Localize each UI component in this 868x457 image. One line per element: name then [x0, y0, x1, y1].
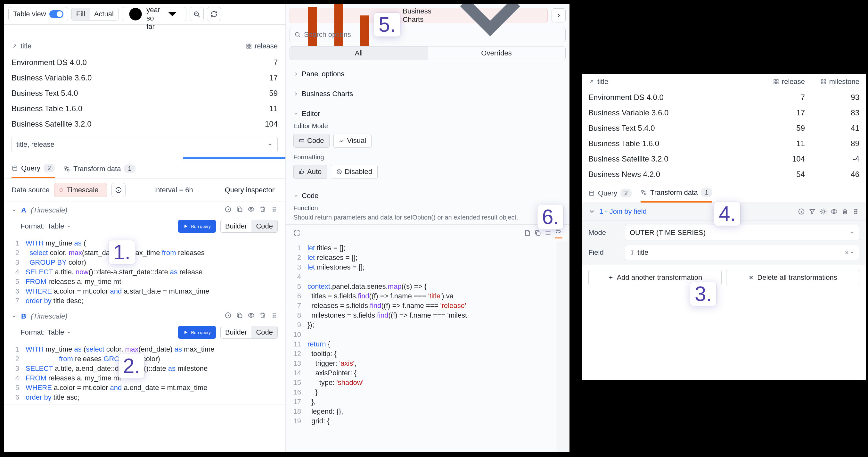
eye-icon[interactable] — [248, 206, 255, 213]
builder-button[interactable]: Builder — [221, 220, 251, 232]
panel-options-header[interactable]: Panel options — [293, 67, 562, 81]
tab-query[interactable]: Query 2 — [588, 189, 631, 202]
svg-point-21 — [275, 313, 275, 314]
copy-icon[interactable] — [236, 206, 243, 213]
function-editor[interactable]: 12345678910111213141516171819 let titles… — [286, 241, 569, 452]
format-select[interactable]: Format: Table — [21, 222, 71, 230]
code-button[interactable]: Code — [251, 220, 277, 232]
bug-icon[interactable] — [819, 208, 827, 215]
code-section-header[interactable]: Code — [293, 189, 562, 203]
grip-icon[interactable] — [271, 206, 278, 213]
trash-icon[interactable] — [259, 312, 266, 319]
time-range-picker[interactable]: This year so far — [122, 7, 186, 21]
builder-button[interactable]: Builder — [221, 326, 251, 338]
svg-point-20 — [273, 313, 274, 314]
col-title-header[interactable]: title — [588, 78, 763, 86]
query-b-actions — [224, 312, 278, 321]
info-icon — [115, 187, 122, 194]
file-icon[interactable] — [524, 229, 531, 236]
fill-button[interactable]: Fill — [72, 8, 90, 20]
ban-icon — [336, 169, 342, 175]
run-query-b-button[interactable]: Run query — [178, 326, 216, 339]
table-row: Business Table 1.6.01189 — [582, 136, 866, 151]
trash-icon[interactable] — [841, 208, 848, 215]
eye-icon[interactable] — [831, 208, 838, 215]
trash-icon[interactable] — [259, 206, 266, 213]
info-icon[interactable] — [798, 208, 805, 215]
tab-transform[interactable]: Transform data 1 — [641, 188, 712, 203]
formatting-auto[interactable]: Auto — [293, 165, 327, 179]
filter-icon[interactable] — [809, 208, 816, 215]
align-icon[interactable] — [545, 229, 552, 236]
left-column: Table view Fill Actual This year so far — [4, 4, 286, 452]
svg-point-24 — [273, 317, 274, 318]
transform-icon — [64, 166, 70, 172]
query-inspector-button[interactable]: Query inspector — [222, 186, 278, 194]
col-release-header[interactable]: release — [763, 78, 805, 86]
col-title-header[interactable]: title — [11, 42, 31, 50]
datasource-picker[interactable]: Timescale — [54, 183, 107, 197]
panel-link-icon — [11, 43, 18, 49]
editor-mode-code[interactable]: Code — [293, 134, 330, 148]
actual-button[interactable]: Actual — [90, 8, 118, 20]
copy-icon[interactable] — [236, 312, 243, 319]
col-release-header[interactable]: release — [246, 42, 278, 50]
query-count-badge: 2 — [43, 164, 55, 172]
toggle-switch-icon[interactable] — [49, 10, 63, 18]
frame-selector[interactable]: title, release — [11, 137, 278, 152]
format-select[interactable]: Format: Table — [21, 328, 71, 337]
options-mode-tabs: All Overrides — [289, 46, 566, 60]
zoom-out-button[interactable] — [190, 7, 204, 21]
svg-point-40 — [822, 210, 825, 213]
query-b-header[interactable]: B (Timescale) — [4, 308, 285, 325]
editor-minimap[interactable] — [557, 241, 569, 452]
expand-icon[interactable] — [293, 229, 301, 236]
tab-transform[interactable]: Transform data 1 — [64, 164, 135, 177]
business-charts-header[interactable]: Business Charts — [293, 87, 562, 101]
close-icon[interactable] — [844, 250, 849, 255]
editor-mode-visual[interactable]: Visual — [334, 134, 372, 148]
query-a-editor[interactable]: 1234567 WITH my_time as ( select color, … — [4, 236, 285, 308]
play-icon — [183, 330, 188, 335]
grip-icon[interactable] — [271, 312, 278, 319]
refresh-button[interactable] — [207, 7, 221, 21]
formatting-disabled[interactable]: Disabled — [331, 165, 378, 179]
svg-rect-32 — [774, 82, 775, 84]
col-milestone-header[interactable]: milestone — [805, 78, 859, 86]
options-search[interactable]: Search options — [289, 27, 566, 42]
query-a-header[interactable]: A (Timescale) — [4, 202, 285, 219]
visualization-chip[interactable]: Business Charts — [289, 8, 548, 23]
chevron-down-icon — [101, 188, 102, 193]
field-row: Field title — [588, 245, 859, 260]
svg-point-19 — [250, 314, 252, 316]
datasource-help-button[interactable] — [112, 183, 126, 197]
annotation-4: 4. — [714, 202, 740, 226]
tab-query[interactable]: Query 2 — [11, 164, 55, 178]
tab-overrides[interactable]: Overrides — [428, 47, 565, 60]
eye-icon[interactable] — [248, 312, 255, 319]
query-a-source: (Timescale) — [31, 206, 68, 215]
chevron-down-icon — [67, 330, 71, 335]
code-button[interactable]: Code — [251, 326, 277, 338]
svg-point-14 — [275, 209, 275, 210]
run-query-a-button[interactable]: Run query — [178, 220, 216, 233]
table-view-toggle[interactable]: Table view — [8, 7, 68, 21]
copy-file-icon[interactable] — [534, 229, 541, 236]
mode-select[interactable]: OUTER (TIME SERIES) — [625, 225, 859, 240]
svg-point-38 — [589, 191, 593, 192]
svg-rect-9 — [238, 208, 242, 211]
annotation-5: 5. — [374, 13, 400, 36]
grip-icon[interactable] — [852, 208, 859, 215]
field-select[interactable]: title — [625, 245, 859, 260]
clock-icon[interactable] — [224, 312, 231, 319]
tab-all[interactable]: All — [290, 47, 428, 60]
editor-header[interactable]: Editor — [293, 107, 562, 120]
close-icon — [748, 275, 754, 280]
collapse-panel-button[interactable] — [552, 8, 566, 23]
zoom-out-icon — [193, 10, 200, 18]
query-b-editor[interactable]: 123456 WITH my_time as (select color, ma… — [4, 343, 285, 404]
clock-icon[interactable] — [224, 206, 231, 213]
delete-transformations-button[interactable]: Delete all transformations — [726, 270, 859, 285]
table-row: Environment DS 4.0.0793 — [582, 90, 866, 105]
table-row: Business Variable 3.6.01783 — [582, 105, 866, 120]
